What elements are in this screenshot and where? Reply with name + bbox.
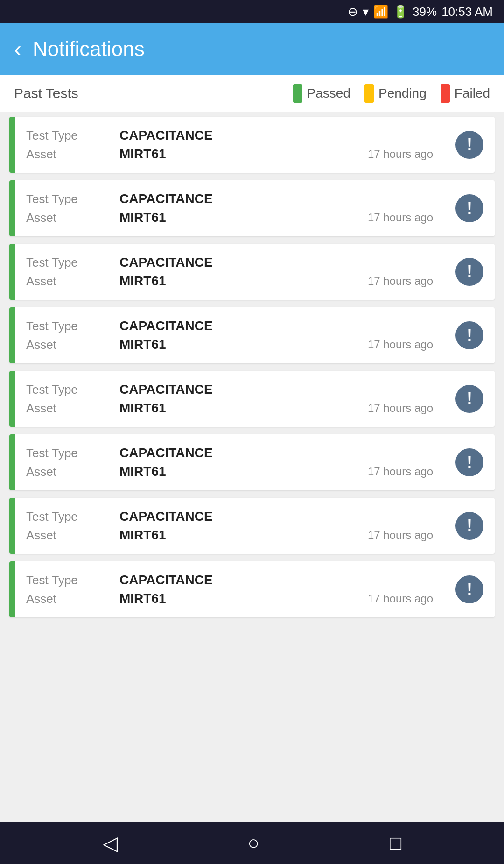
card-content: Test Type CAPACITANCE Asset MIRT61 17 ho… [15,498,444,554]
info-icon: ! [455,321,483,349]
card-icon-area: ! [444,244,495,300]
card-content: Test Type CAPACITANCE Asset MIRT61 17 ho… [15,561,444,617]
info-icon: ! [455,131,483,159]
asset-label: Asset [26,528,119,543]
card-status-accent [9,371,15,427]
test-type-label: Test Type [26,128,119,143]
card-content: Test Type CAPACITANCE Asset MIRT61 17 ho… [15,307,444,363]
card-test-type-row: Test Type CAPACITANCE [26,319,433,333]
notification-card[interactable]: Test Type CAPACITANCE Asset MIRT61 17 ho… [9,498,495,554]
card-asset-row: Asset MIRT61 17 hours ago [26,591,433,606]
card-time: 17 hours ago [368,211,433,224]
info-icon: ! [455,194,483,222]
card-status-accent [9,498,15,554]
dnd-icon: ⊖ [348,5,358,19]
back-nav-button[interactable]: ◁ [103,832,118,855]
asset-value: MIRT61 [119,210,368,225]
test-type-value: CAPACITANCE [119,319,433,333]
card-test-type-row: Test Type CAPACITANCE [26,509,433,524]
test-type-value: CAPACITANCE [119,382,433,397]
card-status-accent [9,561,15,617]
test-type-value: CAPACITANCE [119,255,433,270]
card-status-accent [9,117,15,173]
card-test-type-row: Test Type CAPACITANCE [26,382,433,397]
legend-pending: Pending [364,84,427,103]
card-content: Test Type CAPACITANCE Asset MIRT61 17 ho… [15,434,444,490]
asset-value: MIRT61 [119,147,368,162]
signal-icon: 📶 [373,5,388,19]
battery-icon: 🔋 [393,5,408,19]
test-type-value: CAPACITANCE [119,573,433,588]
card-icon-area: ! [444,434,495,490]
notification-card[interactable]: Test Type CAPACITANCE Asset MIRT61 17 ho… [9,434,495,490]
card-content: Test Type CAPACITANCE Asset MIRT61 17 ho… [15,117,444,173]
notification-card[interactable]: Test Type CAPACITANCE Asset MIRT61 17 ho… [9,561,495,617]
asset-label: Asset [26,211,119,225]
asset-label: Asset [26,338,119,352]
test-type-value: CAPACITANCE [119,446,433,460]
card-asset-row: Asset MIRT61 17 hours ago [26,274,433,289]
home-nav-button[interactable]: ○ [248,832,259,854]
status-icons: ⊖ ▾ 📶 🔋 39% 10:53 AM [348,5,493,19]
test-type-label: Test Type [26,382,119,397]
card-icon-area: ! [444,371,495,427]
card-time: 17 hours ago [368,529,433,542]
card-test-type-row: Test Type CAPACITANCE [26,446,433,460]
battery-percent: 39% [413,5,437,19]
test-type-label: Test Type [26,510,119,524]
card-asset-row: Asset MIRT61 17 hours ago [26,337,433,352]
info-icon: ! [455,385,483,413]
info-icon: ! [455,575,483,603]
card-content: Test Type CAPACITANCE Asset MIRT61 17 ho… [15,244,444,300]
card-icon-area: ! [444,561,495,617]
card-status-accent [9,434,15,490]
notification-card[interactable]: Test Type CAPACITANCE Asset MIRT61 17 ho… [9,180,495,236]
header: ‹ Notifications [0,23,504,75]
asset-value: MIRT61 [119,401,368,416]
failed-label: Failed [455,86,490,101]
test-type-value: CAPACITANCE [119,191,433,206]
asset-label: Asset [26,401,119,416]
card-time: 17 hours ago [368,148,433,161]
asset-value: MIRT61 [119,528,368,543]
card-asset-row: Asset MIRT61 17 hours ago [26,464,433,479]
pending-dot-icon [364,84,374,103]
notification-card[interactable]: Test Type CAPACITANCE Asset MIRT61 17 ho… [9,244,495,300]
asset-label: Asset [26,147,119,162]
card-test-type-row: Test Type CAPACITANCE [26,255,433,270]
card-time: 17 hours ago [368,275,433,288]
test-type-label: Test Type [26,573,119,588]
status-bar: ⊖ ▾ 📶 🔋 39% 10:53 AM [0,0,504,23]
card-asset-row: Asset MIRT61 17 hours ago [26,210,433,225]
asset-value: MIRT61 [119,337,368,352]
notification-card[interactable]: Test Type CAPACITANCE Asset MIRT61 17 ho… [9,117,495,173]
card-asset-row: Asset MIRT61 17 hours ago [26,401,433,416]
recent-nav-button[interactable]: □ [390,832,401,854]
card-test-type-row: Test Type CAPACITANCE [26,573,433,588]
notification-card[interactable]: Test Type CAPACITANCE Asset MIRT61 17 ho… [9,307,495,363]
card-status-accent [9,180,15,236]
time-display: 10:53 AM [441,5,493,19]
card-asset-row: Asset MIRT61 17 hours ago [26,528,433,543]
past-tests-label: Past Tests [14,85,279,101]
wifi-icon: ▾ [363,5,369,19]
legend-failed: Failed [441,84,490,103]
test-type-label: Test Type [26,255,119,270]
card-time: 17 hours ago [368,465,433,478]
card-test-type-row: Test Type CAPACITANCE [26,128,433,143]
legend-passed: Passed [293,84,350,103]
card-icon-area: ! [444,117,495,173]
bottom-nav: ◁ ○ □ [0,822,504,864]
info-icon: ! [455,448,483,476]
card-time: 17 hours ago [368,338,433,351]
card-asset-row: Asset MIRT61 17 hours ago [26,147,433,162]
notification-card[interactable]: Test Type CAPACITANCE Asset MIRT61 17 ho… [9,371,495,427]
pending-label: Pending [378,86,427,101]
test-type-label: Test Type [26,319,119,333]
asset-label: Asset [26,465,119,479]
test-type-value: CAPACITANCE [119,509,433,524]
card-time: 17 hours ago [368,402,433,415]
back-button[interactable]: ‹ [14,38,21,60]
header-title: Notifications [33,37,145,61]
passed-dot-icon [293,84,302,103]
